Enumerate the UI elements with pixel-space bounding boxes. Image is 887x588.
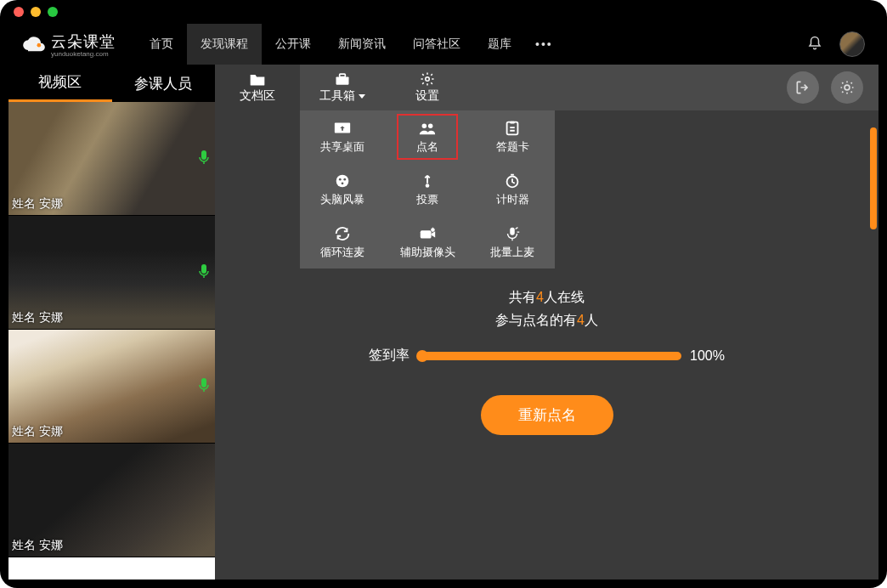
tool-answer-card[interactable]: 答题卡: [470, 110, 555, 163]
exit-icon: [794, 79, 811, 96]
tab-video-area[interactable]: 视频区: [8, 65, 112, 102]
svg-rect-0: [201, 150, 206, 160]
top-toolbar: 文档区 工具箱 设置: [215, 65, 879, 110]
tool-brainstorm[interactable]: 头脑风暴: [300, 163, 385, 216]
signin-rate-row: 签到率 100%: [369, 347, 725, 365]
gear-icon: [419, 71, 436, 87]
tool-batch-mic[interactable]: 批量上麦: [470, 216, 555, 269]
user-avatar[interactable]: [839, 31, 865, 57]
video-tile[interactable]: 姓名 安娜: [8, 102, 215, 216]
share-desktop-icon: [333, 120, 352, 137]
timer-icon: [503, 172, 522, 189]
gear-icon: [839, 79, 856, 96]
tool-label: 答题卡: [496, 139, 529, 155]
tool-roll-call[interactable]: 点名: [385, 110, 470, 163]
main-area: 文档区 工具箱 设置: [215, 65, 879, 580]
tool-label: 循环连麦: [320, 245, 364, 260]
tool-label: 共享桌面: [320, 139, 364, 155]
svg-point-8: [422, 123, 427, 128]
signin-progress-bar: [418, 352, 681, 360]
svg-point-6: [845, 85, 850, 90]
scrollbar[interactable]: [870, 110, 877, 580]
tool-label: 计时器: [496, 192, 529, 207]
logo[interactable]: 云朵课堂 yunduoketang.com: [22, 31, 116, 58]
toolbox-dropdown: 共享桌面 点名 答题卡 头脑风暴: [300, 110, 555, 269]
signin-rate-label: 签到率: [369, 347, 410, 365]
svg-rect-3: [336, 77, 349, 85]
svg-rect-1: [201, 264, 206, 274]
video-tile[interactable]: 姓名 安娜: [8, 216, 215, 330]
svg-rect-4: [340, 74, 346, 76]
participant-name: 姓名 安娜: [12, 310, 63, 325]
tool-timer[interactable]: 计时器: [470, 163, 555, 216]
svg-point-9: [428, 123, 433, 128]
svg-point-15: [342, 182, 344, 184]
participant-name: 姓名 安娜: [12, 538, 63, 553]
svg-point-5: [426, 77, 430, 82]
participant-name: 姓名 安娜: [12, 196, 63, 212]
answer-card-icon: [503, 120, 522, 137]
settings-label: 设置: [415, 88, 439, 104]
batch-mic-icon: [503, 225, 522, 242]
roll-call-icon: [418, 120, 437, 137]
folder-icon: [249, 71, 266, 87]
nav-qa[interactable]: 问答社区: [399, 24, 474, 65]
vote-icon: [418, 172, 437, 189]
window-maximize-dot[interactable]: [48, 7, 58, 17]
tool-label: 头脑风暴: [320, 192, 364, 207]
mic-icon[interactable]: [198, 263, 210, 282]
aux-camera-icon: [418, 225, 437, 242]
tool-label: 辅助摄像头: [400, 245, 455, 260]
window-close-dot[interactable]: [14, 7, 24, 17]
toolbar-right: [787, 65, 879, 110]
tool-share-desktop[interactable]: 共享桌面: [300, 110, 385, 163]
online-count-line: 共有4人在线: [509, 289, 585, 307]
header-right: [807, 31, 865, 57]
nav-open-class[interactable]: 公开课: [262, 24, 325, 65]
svg-rect-20: [510, 227, 515, 235]
brainstorm-icon: [333, 172, 352, 189]
svg-point-14: [343, 178, 346, 180]
settings-button[interactable]: [831, 71, 863, 104]
nav-home[interactable]: 首页: [136, 24, 187, 65]
mic-icon[interactable]: [198, 377, 210, 396]
sidebar-tabs: 视频区 参课人员: [8, 65, 215, 102]
svg-rect-11: [510, 121, 515, 123]
video-tile[interactable]: 姓名 安娜: [8, 330, 215, 444]
nav-discover[interactable]: 发现课程: [187, 24, 262, 65]
reroll-button[interactable]: 重新点名: [481, 395, 613, 435]
svg-point-19: [431, 228, 435, 232]
tool-aux-camera[interactable]: 辅助摄像头: [385, 216, 470, 269]
video-tile[interactable]: [8, 557, 215, 580]
header: 云朵课堂 yunduoketang.com 首页 发现课程 公开课 新闻资讯 问…: [8, 24, 879, 65]
scrollbar-thumb[interactable]: [870, 127, 877, 229]
svg-rect-18: [421, 230, 432, 238]
exit-button[interactable]: [787, 71, 819, 104]
logo-text: 云朵课堂: [51, 31, 116, 52]
tool-label: 批量上麦: [490, 245, 534, 260]
participant-name: 姓名 安娜: [12, 424, 63, 439]
toolbox-icon: [334, 71, 351, 87]
svg-point-13: [339, 178, 342, 180]
window-minimize-dot[interactable]: [31, 7, 41, 17]
attend-count: 4: [577, 313, 585, 327]
toolbox-label: 工具箱: [319, 88, 355, 102]
tool-vote[interactable]: 投票: [385, 163, 470, 216]
video-tile[interactable]: 姓名 安娜: [8, 444, 215, 557]
tool-cycle-mic[interactable]: 循环连麦: [300, 216, 385, 269]
toolbox-tab[interactable]: 工具箱: [300, 65, 385, 110]
notification-bell-icon[interactable]: [807, 36, 822, 54]
settings-tab[interactable]: 设置: [385, 65, 470, 110]
logo-subtext: yunduoketang.com: [51, 50, 116, 58]
nav-news[interactable]: 新闻资讯: [325, 24, 399, 65]
nav-more[interactable]: •••: [525, 24, 563, 65]
nav-question-bank[interactable]: 题库: [474, 24, 525, 65]
tool-label: 点名: [416, 139, 438, 155]
app-frame: 云朵课堂 yunduoketang.com 首页 发现课程 公开课 新闻资讯 问…: [8, 24, 879, 580]
svg-point-16: [426, 184, 430, 188]
doc-area-tab[interactable]: 文档区: [215, 65, 300, 110]
mic-icon[interactable]: [198, 150, 210, 168]
sidebar: 视频区 参课人员 姓名 安娜 姓名 安娜 姓名 安娜: [8, 65, 215, 580]
cloud-logo-icon: [22, 32, 46, 56]
tab-participants[interactable]: 参课人员: [112, 65, 216, 102]
